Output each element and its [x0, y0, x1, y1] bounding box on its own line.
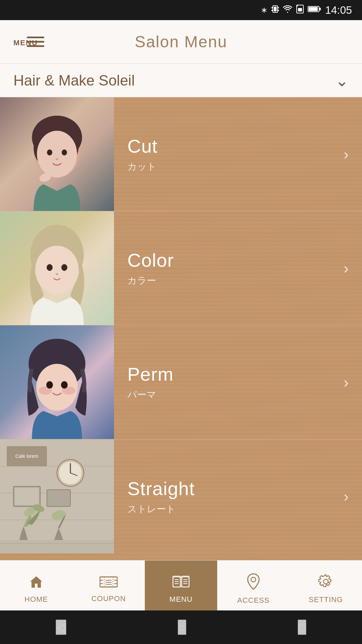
- svg-rect-45: [47, 490, 70, 506]
- cut-info: Cut カット ›: [114, 97, 362, 211]
- svg-rect-44: [15, 488, 39, 505]
- svg-rect-49: [0, 540, 114, 553]
- nav-setting-label: SETTING: [309, 595, 343, 604]
- battery-icon: [308, 5, 321, 15]
- menu-item-color[interactable]: Color カラー ›: [0, 211, 362, 325]
- svg-rect-4: [272, 10, 273, 11]
- setting-icon: [318, 574, 334, 593]
- svg-rect-5: [278, 10, 279, 11]
- straight-title-jp: ストレート: [127, 503, 345, 516]
- main-content: Cut カット ›: [0, 97, 362, 560]
- page-title: Salon Menu: [135, 33, 227, 51]
- menu-button[interactable]: MENU: [13, 37, 38, 47]
- salon-name: Hair & Make Soleil: [13, 72, 135, 89]
- color-info: Color カラー ›: [114, 211, 362, 325]
- svg-point-72: [323, 579, 328, 584]
- android-back[interactable]: ◁: [56, 620, 66, 635]
- header: MENU Salon Menu: [0, 20, 362, 64]
- chevron-down-icon: ⌄: [335, 71, 349, 90]
- perm-info: Perm パーマ ›: [114, 325, 362, 439]
- svg-point-30: [46, 381, 53, 389]
- status-time: 14:05: [325, 4, 352, 16]
- svg-point-22: [35, 246, 79, 294]
- color-title-jp: カラー: [127, 274, 345, 287]
- cut-title-en: Cut: [127, 135, 345, 157]
- status-icons: ∗: [261, 4, 352, 16]
- cut-arrow-icon: ›: [344, 146, 349, 163]
- svg-rect-2: [272, 7, 273, 8]
- wifi-icon: [283, 5, 292, 15]
- android-recent[interactable]: □: [298, 620, 306, 635]
- svg-point-23: [47, 264, 53, 271]
- straight-title-en: Straight: [127, 478, 345, 499]
- cut-title-jp: カット: [127, 160, 345, 173]
- color-image: [0, 211, 114, 325]
- nav-coupon[interactable]: COUPON: [72, 560, 145, 617]
- svg-point-19: [56, 158, 58, 160]
- svg-point-17: [47, 150, 52, 156]
- svg-point-31: [61, 381, 68, 389]
- status-bar: ∗: [0, 0, 362, 20]
- color-arrow-icon: ›: [344, 260, 349, 277]
- sim-icon: [296, 5, 304, 15]
- menu-item-straight[interactable]: Cafe lorem: [0, 439, 362, 553]
- bluetooth-icon: ∗: [261, 5, 267, 15]
- nav-access-label: ACCESS: [237, 596, 269, 605]
- color-title-en: Color: [127, 249, 345, 271]
- straight-info: Straight ストレート ›: [114, 439, 362, 553]
- svg-point-18: [62, 150, 67, 156]
- menu-book-icon: [172, 574, 190, 592]
- svg-point-25: [56, 273, 58, 275]
- menu-item-perm[interactable]: Perm パーマ ›: [0, 325, 362, 439]
- svg-point-71: [251, 577, 256, 582]
- coupon-icon: [100, 575, 118, 592]
- straight-image: Cafe lorem: [0, 439, 114, 553]
- nav-menu[interactable]: MENU: [145, 560, 217, 617]
- svg-rect-3: [278, 7, 279, 8]
- nav-home-label: HOME: [24, 595, 48, 604]
- perm-title-jp: パーマ: [127, 388, 345, 401]
- nav-setting[interactable]: SETTING: [290, 560, 362, 617]
- vibrate-icon: [272, 4, 279, 16]
- nav-access[interactable]: ACCESS: [217, 560, 290, 617]
- svg-text:Cafe lorem: Cafe lorem: [15, 453, 38, 459]
- nav-menu-label: MENU: [170, 595, 193, 604]
- svg-point-24: [61, 264, 67, 271]
- svg-point-16: [37, 131, 77, 178]
- menu-item-cut[interactable]: Cut カット ›: [0, 97, 362, 211]
- android-nav-bar: ◁ ○ □: [0, 610, 362, 644]
- straight-arrow-icon: ›: [344, 488, 349, 505]
- svg-rect-11: [309, 7, 318, 11]
- cut-image: [0, 97, 114, 211]
- bottom-nav: HOME COUPON: [0, 560, 362, 617]
- nav-coupon-label: COUPON: [92, 594, 126, 603]
- perm-image: [0, 325, 114, 439]
- svg-rect-10: [319, 8, 321, 10]
- access-icon: [247, 573, 260, 593]
- svg-rect-1: [274, 7, 277, 11]
- home-icon: [29, 574, 44, 592]
- perm-title-en: Perm: [127, 363, 345, 385]
- nav-home[interactable]: HOME: [0, 560, 72, 617]
- android-home[interactable]: ○: [178, 620, 186, 635]
- salon-selector[interactable]: Hair & Make Soleil ⌄: [0, 64, 362, 97]
- perm-arrow-icon: ›: [344, 374, 349, 391]
- svg-rect-7: [298, 8, 302, 11]
